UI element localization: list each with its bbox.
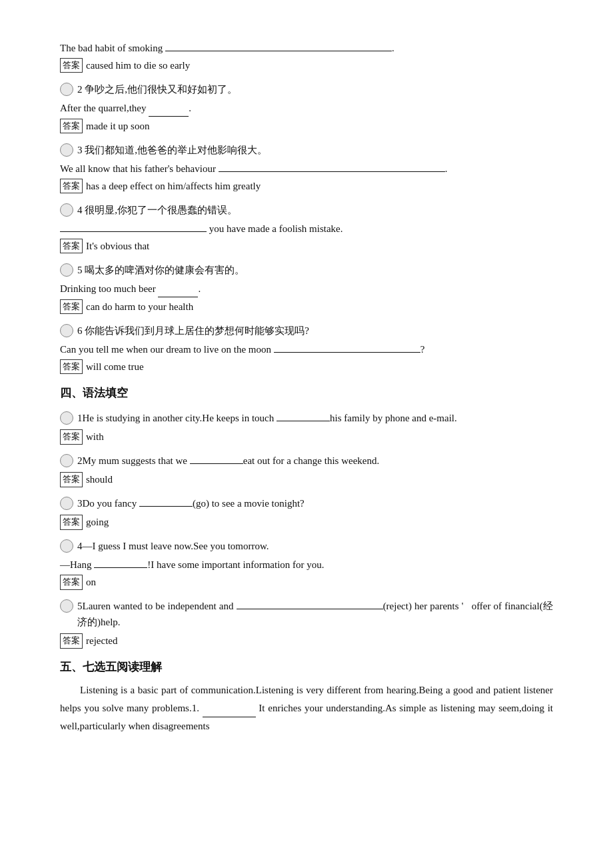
q2-answer-text: made it up soon xyxy=(86,118,149,134)
s4q3-circle-icon xyxy=(60,497,73,510)
q3-en: We all know that his father's behaviour … xyxy=(60,161,553,177)
s4q4-answer-row: 答案 on xyxy=(60,574,553,590)
q6-circle-icon xyxy=(60,324,73,337)
s4q2-en: 2My mum suggests that we eat out for a c… xyxy=(77,453,379,469)
s4q1-answer-row: 答案 with xyxy=(60,429,553,445)
q4-zh: 4 很明显,你犯了一个很愚蠢的错误。 xyxy=(77,202,237,218)
s4q5-row: 5Lauren wanted to be independent and (re… xyxy=(60,598,553,630)
q5-en: Drinking too much beer . xyxy=(60,281,553,297)
s4q5-answer-row: 答案 rejected xyxy=(60,633,553,649)
q2-answer-badge: 答案 xyxy=(60,119,83,134)
q6-zh: 6 你能告诉我们到月球上居住的梦想何时能够实现吗? xyxy=(77,323,309,339)
s4q2-row: 2My mum suggests that we eat out for a c… xyxy=(60,453,553,469)
s4q2-circle-icon xyxy=(60,454,73,467)
q5-answer-badge: 答案 xyxy=(60,299,83,315)
s4q5-circle-icon xyxy=(60,599,73,613)
q0-answer-text: caused him to die so early xyxy=(86,57,190,73)
section5-paragraph: Listening is a basic part of communicati… xyxy=(60,681,553,735)
q2-zh: 2 争吵之后,他们很快又和好如初了。 xyxy=(77,81,237,97)
q4-answer-badge: 答案 xyxy=(60,239,83,254)
q3-answer-row: 答案 has a deep effect on him/affects him … xyxy=(60,178,553,194)
s4q5-answer-badge: 答案 xyxy=(60,633,83,649)
q6-answer-badge: 答案 xyxy=(60,359,83,375)
q4-circle-icon xyxy=(60,203,73,217)
s4q4-answer-badge: 答案 xyxy=(60,575,83,590)
s4q1-row: 1He is studying in another city.He keeps… xyxy=(60,410,553,426)
q4-blank xyxy=(60,231,207,232)
q3-answer-text: has a deep effect on him/affects him gre… xyxy=(86,178,261,194)
q0-answer-badge: 答案 xyxy=(60,58,83,73)
q0-prompt: The bad habit of smoking . xyxy=(60,40,553,56)
q2-en: After the quarrel,they . xyxy=(60,100,553,117)
s4q4-blank xyxy=(94,567,147,568)
s4q1-en: 1He is studying in another city.He keeps… xyxy=(77,410,457,426)
section4-title: 四、语法填空 xyxy=(60,384,553,402)
s4q1-circle-icon xyxy=(60,411,73,425)
q3-zh: 3 我们都知道,他爸爸的举止对他影响很大。 xyxy=(77,142,267,158)
q5-answer-row: 答案 can do harm to your health xyxy=(60,299,553,315)
q2-blank xyxy=(149,100,189,117)
q5-row: 5 喝太多的啤酒对你的健康会有害的。 xyxy=(60,262,553,278)
q4-answer-row: 答案 It's obvious that xyxy=(60,238,553,254)
q0-answer-row: 答案 caused him to die so early xyxy=(60,57,553,73)
s4q2-answer-badge: 答案 xyxy=(60,472,83,487)
s5-blank1 xyxy=(203,699,256,717)
s4q4-pre: 4—I guess I must leave now.See you tomor… xyxy=(77,538,269,554)
section5-title: 五、七选五阅读理解 xyxy=(60,658,553,676)
s4q4-en: —Hang !I have some important information… xyxy=(60,557,553,573)
s4q5-en: 5Lauren wanted to be independent and (re… xyxy=(77,598,553,630)
s4q4-circle-icon xyxy=(60,539,73,553)
s4q3-row: 3Do you fancy (go) to see a movie tonigh… xyxy=(60,495,553,511)
q5-answer-text: can do harm to your health xyxy=(86,299,193,315)
q3-answer-badge: 答案 xyxy=(60,179,83,194)
s4q3-en: 3Do you fancy (go) to see a movie tonigh… xyxy=(77,495,305,511)
s4q5-blank xyxy=(237,609,383,609)
q4-answer-text: It's obvious that xyxy=(86,238,149,254)
s4q1-answer-text: with xyxy=(86,429,104,445)
q6-answer-row: 答案 will come true xyxy=(60,359,553,375)
q2-answer-row: 答案 made it up soon xyxy=(60,118,553,134)
q2-circle-icon xyxy=(60,83,73,96)
s4q2-blank xyxy=(190,463,243,464)
s4q4-row: 4—I guess I must leave now.See you tomor… xyxy=(60,538,553,554)
q2-row: 2 争吵之后,他们很快又和好如初了。 xyxy=(60,81,553,97)
q4-row: 4 很明显,你犯了一个很愚蠢的错误。 xyxy=(60,202,553,218)
q4-en: you have made a foolish mistake. xyxy=(60,221,553,237)
q6-row: 6 你能告诉我们到月球上居住的梦想何时能够实现吗? xyxy=(60,323,553,339)
s4q3-answer-row: 答案 going xyxy=(60,514,553,530)
s4q3-answer-badge: 答案 xyxy=(60,515,83,530)
q3-circle-icon xyxy=(60,143,73,157)
q5-blank xyxy=(158,281,198,297)
q0-blank xyxy=(165,51,392,51)
q6-answer-text: will come true xyxy=(86,359,144,375)
q5-circle-icon xyxy=(60,263,73,277)
q3-row: 3 我们都知道,他爸爸的举止对他影响很大。 xyxy=(60,142,553,158)
s4q5-answer-text: rejected xyxy=(86,633,117,649)
s4q2-answer-row: 答案 should xyxy=(60,471,553,487)
q6-blank xyxy=(274,352,420,353)
s4q1-blank xyxy=(277,421,330,421)
s4q3-blank xyxy=(139,506,193,507)
s4q1-answer-badge: 答案 xyxy=(60,429,83,445)
s4q3-answer-text: going xyxy=(86,514,109,530)
q3-blank xyxy=(219,171,445,172)
s4q2-answer-text: should xyxy=(86,471,113,487)
s4q4-answer-text: on xyxy=(86,574,96,590)
q6-en: Can you tell me when our dream to live o… xyxy=(60,341,553,357)
q5-zh: 5 喝太多的啤酒对你的健康会有害的。 xyxy=(77,262,245,278)
